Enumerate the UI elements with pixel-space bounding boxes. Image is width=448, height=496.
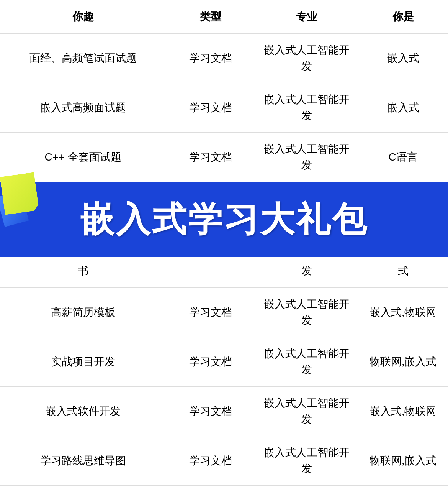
cell-row7-col2: 学习文档 [166, 436, 255, 486]
cell-row1-col2: 学习文档 [166, 34, 255, 83]
cell-row4-col3: 嵌入式人工智能开发 [255, 288, 358, 337]
table-row: 面经、高频笔试面试题 学习文档 嵌入式人工智能开发 嵌入式 [0, 34, 448, 83]
cell-partial-col3: 发 [255, 257, 358, 288]
partial-row: 书 发 式 [0, 257, 448, 288]
sticky-note-yellow [0, 172, 39, 215]
cell-row2-col2: 学习文档 [166, 83, 255, 133]
cell-row3-col3: 嵌入式人工智能开发 [255, 133, 358, 182]
cell-row1-col1: 面经、高频笔试面试题 [0, 34, 166, 83]
cell-row2-col1: 嵌入式高频面试题 [0, 83, 166, 133]
cell-row6-col2: 学习文档 [166, 387, 255, 436]
banner-overlay: 嵌入式学习大礼包 [0, 182, 448, 257]
header-col1: 你趣 [0, 0, 166, 34]
cell-row1-col3: 嵌入式人工智能开发 [255, 34, 358, 83]
cell-row8-col2: 学习文档 [166, 486, 255, 496]
cell-row3-col4: C语言 [358, 133, 448, 182]
cell-row2-col3: 嵌入式人工智能开发 [255, 83, 358, 133]
resource-table: 你趣 类型 专业 你是 面经、高频笔试面试题 学习文档 嵌入式人工智能开发 嵌入… [0, 0, 448, 496]
cell-partial-col4: 式 [358, 257, 448, 288]
cell-row2-col4: 嵌入式 [358, 83, 448, 133]
table-row: 高薪简历模板 学习文档 嵌入式人工智能开发 嵌入式,物联网 [0, 288, 448, 337]
cell-row7-col3: 嵌入式人工智能开发 [255, 436, 358, 486]
cell-partial-col2 [166, 257, 255, 288]
cell-row1-col4: 嵌入式 [358, 34, 448, 83]
cell-row4-col4: 嵌入式,物联网 [358, 288, 448, 337]
table-row: 实战项目开发 学习文档 嵌入式人工智能开发 物联网,嵌入式 [0, 337, 448, 387]
cell-row7-col4: 物联网,嵌入式 [358, 436, 448, 486]
table-row: C++ 全套面试题 学习文档 嵌入式人工智能开发 C语言 [0, 133, 448, 182]
cell-row8-col3: 嵌入式人工智能开发 [255, 486, 358, 496]
table-row: 嵌入式软件开发 学习文档 嵌入式人工智能开发 嵌入式,物联网 [0, 387, 448, 436]
banner-wrapper: 嵌入式学习大礼包 [0, 182, 448, 257]
cell-row5-col3: 嵌入式人工智能开发 [255, 337, 358, 387]
cell-row6-col4: 嵌入式,物联网 [358, 387, 448, 436]
cell-partial-col1: 书 [0, 257, 166, 288]
cell-row8-col1: 大佬学习笔记 [0, 486, 166, 496]
cell-row4-col1: 高薪简历模板 [0, 288, 166, 337]
cell-row3-col2: 学习文档 [166, 133, 255, 182]
cell-row6-col3: 嵌入式人工智能开发 [255, 387, 358, 436]
cell-row5-col4: 物联网,嵌入式 [358, 337, 448, 387]
banner-text: 嵌入式学习大礼包 [80, 194, 368, 245]
table-row: 学习路线思维导图 学习文档 嵌入式人工智能开发 物联网,嵌入式 [0, 436, 448, 486]
header-col4: 你是 [358, 0, 448, 34]
cell-row8-col4: 物联网,嵌入式 [358, 486, 448, 496]
cell-row6-col1: 嵌入式软件开发 [0, 387, 166, 436]
table-row: 嵌入式高频面试题 学习文档 嵌入式人工智能开发 嵌入式 [0, 83, 448, 133]
header-col2: 类型 [166, 0, 255, 34]
table-row: 大佬学习笔记 学习文档 嵌入式人工智能开发 物联网,嵌入式 [0, 486, 448, 496]
cell-row5-col1: 实战项目开发 [0, 337, 166, 387]
header-col3: 专业 [255, 0, 358, 34]
table-header-row: 你趣 类型 专业 你是 [0, 0, 448, 34]
banner-row: 嵌入式学习大礼包 [0, 182, 448, 257]
cell-row5-col2: 学习文档 [166, 337, 255, 387]
main-container: 你趣 类型 专业 你是 面经、高频笔试面试题 学习文档 嵌入式人工智能开发 嵌入… [0, 0, 448, 496]
cell-row7-col1: 学习路线思维导图 [0, 436, 166, 486]
cell-row4-col2: 学习文档 [166, 288, 255, 337]
